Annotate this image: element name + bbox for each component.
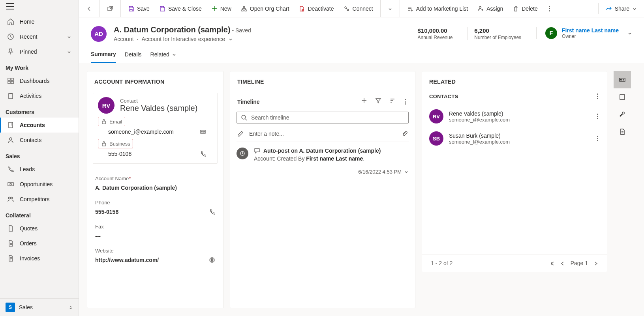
- sidebar-item-quotes[interactable]: Quotes: [0, 221, 79, 236]
- sidebar-area-switcher[interactable]: S Sales: [0, 298, 79, 316]
- tab-summary[interactable]: Summary: [91, 47, 116, 63]
- timeline-note-input[interactable]: Enter a note...: [237, 128, 409, 142]
- rail-doc-button[interactable]: [614, 123, 631, 140]
- more-icon[interactable]: [595, 134, 600, 143]
- timeline-search[interactable]: Search timeline: [237, 112, 409, 123]
- sidebar-item-contacts[interactable]: Contacts: [0, 133, 79, 148]
- connect-dropdown[interactable]: [384, 4, 396, 13]
- deactivate-button[interactable]: Deactivate: [295, 3, 338, 14]
- open-new-window-button[interactable]: [103, 3, 117, 14]
- trash-icon: [513, 6, 519, 12]
- sidebar-item-competitors[interactable]: Competitors: [0, 192, 79, 207]
- record-title: A. Datum Corporation (sample): [114, 25, 231, 34]
- phone-icon[interactable]: [209, 209, 215, 215]
- sidebar-nav: Home Recent Pinned My Work Dashboards Ac…: [0, 13, 79, 298]
- search-placeholder: Search timeline: [251, 114, 289, 121]
- website-value[interactable]: http://www.adatum.com/: [95, 257, 159, 263]
- business-field-label: Business: [98, 139, 133, 148]
- sidebar-item-accounts[interactable]: Accounts: [0, 118, 79, 133]
- plus-icon[interactable]: [361, 97, 367, 104]
- filter-icon[interactable]: [375, 97, 381, 104]
- lock-icon: [101, 140, 107, 147]
- sidebar-item-opportunities[interactable]: Opportunities: [0, 177, 79, 192]
- save-button[interactable]: Save: [124, 3, 154, 14]
- toolbar: Save Save & Close New Open Org Chart Dea…: [79, 0, 644, 17]
- money-icon: [7, 181, 14, 188]
- contact-name: Rene Valdes (sample): [449, 110, 510, 117]
- prev-page-icon[interactable]: [560, 261, 565, 266]
- new-button[interactable]: New: [207, 3, 235, 14]
- rail-related-button[interactable]: [614, 71, 631, 88]
- chevron-down-icon[interactable]: [627, 31, 632, 36]
- timeline-subtitle: Timeline: [237, 99, 260, 105]
- connect-button[interactable]: Connect: [340, 3, 377, 14]
- record-tabs: Summary Details Related: [79, 47, 644, 63]
- account-info-card: ACCOUNT INFORMATION RV Contact Rene Vald…: [87, 71, 223, 308]
- first-page-icon[interactable]: [550, 261, 555, 266]
- org-chart-button[interactable]: Open Org Chart: [237, 3, 293, 14]
- svg-point-22: [201, 131, 202, 132]
- separator: [598, 3, 599, 14]
- annual-revenue-label: Annual Revenue: [418, 35, 453, 40]
- sidebar-item-dashboards[interactable]: Dashboards: [0, 73, 79, 88]
- owner-name[interactable]: First name Last name: [562, 27, 619, 34]
- sidebar-item-home[interactable]: Home: [0, 14, 79, 29]
- chevron-down-icon[interactable]: [404, 170, 409, 174]
- more-icon[interactable]: [595, 92, 600, 101]
- home-icon: [7, 18, 14, 25]
- svg-point-9: [10, 183, 11, 185]
- owner-label: Owner: [562, 34, 619, 39]
- assign-button[interactable]: Assign: [473, 3, 507, 14]
- share-button[interactable]: Share: [602, 3, 641, 14]
- svg-rect-5: [9, 93, 13, 99]
- sidebar-item-pinned[interactable]: Pinned: [0, 44, 79, 59]
- timeline-item[interactable]: Auto-post on A. Datum Corporation (sampl…: [230, 142, 415, 182]
- sidebar-item-label: Recent: [20, 34, 37, 40]
- email-value[interactable]: someone_i@example.com: [108, 129, 174, 135]
- search-icon: [241, 114, 247, 121]
- separator: [120, 0, 121, 17]
- auto-post-icon: [237, 148, 248, 159]
- rail-tools-button[interactable]: [614, 106, 631, 123]
- related-contact-row[interactable]: RV Rene Valdes (sample) someone_i@exampl…: [422, 105, 607, 127]
- sidebar-item-invoices[interactable]: Invoices: [0, 251, 79, 266]
- attachment-icon[interactable]: [402, 131, 408, 137]
- more-icon[interactable]: [404, 97, 408, 106]
- sidebar: Home Recent Pinned My Work Dashboards Ac…: [0, 0, 79, 316]
- card-title: TIMELINE: [230, 71, 415, 90]
- hamburger-menu-icon[interactable]: [6, 3, 14, 9]
- sidebar-item-activities[interactable]: Activities: [0, 88, 79, 103]
- dot: ·: [137, 36, 139, 42]
- pin-icon: [7, 48, 14, 55]
- sidebar-item-recent[interactable]: Recent: [0, 29, 79, 44]
- more-icon[interactable]: [595, 112, 600, 121]
- sidebar-item-orders[interactable]: Orders: [0, 236, 79, 251]
- tab-related[interactable]: Related: [150, 47, 176, 63]
- related-contact-row[interactable]: SB Susan Burk (sample) someone_l@example…: [422, 127, 607, 150]
- save-close-button[interactable]: Save & Close: [155, 3, 206, 14]
- delete-button[interactable]: Delete: [509, 3, 541, 14]
- email-field-label: Email: [98, 117, 125, 126]
- business-phone-value[interactable]: 555-0108: [108, 151, 131, 157]
- svg-rect-8: [8, 183, 13, 186]
- account-name-value[interactable]: A. Datum Corporation (sample): [95, 185, 177, 191]
- back-button[interactable]: [82, 3, 96, 14]
- button-label: Assign: [486, 6, 503, 12]
- chevron-down-icon[interactable]: [228, 37, 233, 41]
- phone-value[interactable]: 555-0158: [95, 209, 118, 215]
- tab-details[interactable]: Details: [125, 47, 142, 63]
- sort-icon[interactable]: [389, 97, 396, 104]
- next-page-icon[interactable]: [593, 261, 598, 266]
- save-close-icon: [159, 6, 165, 12]
- overflow-button[interactable]: [543, 2, 556, 15]
- businesscard-icon[interactable]: [200, 129, 206, 135]
- fax-value[interactable]: ---: [95, 233, 101, 239]
- globe-icon[interactable]: [209, 257, 215, 263]
- phone-icon[interactable]: [200, 151, 206, 157]
- contact-name[interactable]: Rene Valdes (sample): [120, 104, 197, 113]
- form-switcher[interactable]: Account for Interactive experience: [141, 36, 225, 42]
- rail-assistant-button[interactable]: [614, 88, 631, 106]
- add-marketing-button[interactable]: Add to Marketing List: [403, 3, 472, 14]
- invoice-icon: [7, 255, 14, 262]
- sidebar-item-leads[interactable]: Leads: [0, 162, 79, 177]
